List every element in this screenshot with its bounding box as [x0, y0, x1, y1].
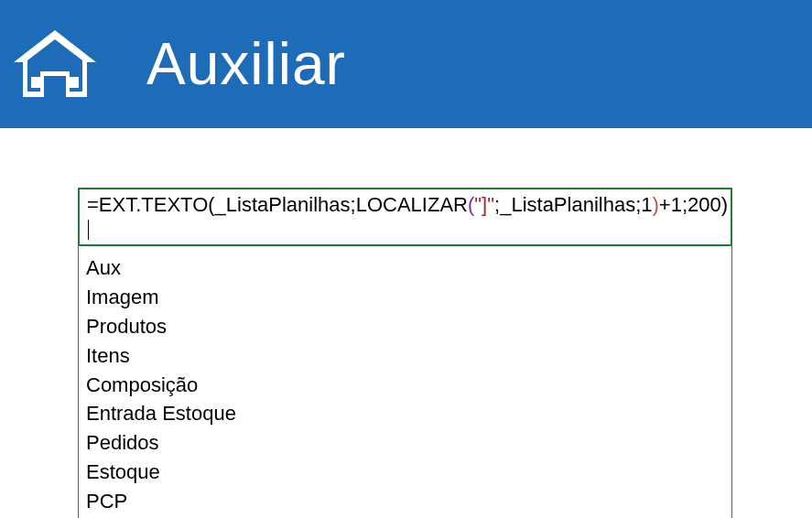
list-item[interactable]: PCP [86, 487, 724, 516]
content-area: =EXT.TEXTO(_ListaPlanilhas;LOCALIZAR("]"… [0, 128, 812, 518]
svg-rect-1 [68, 77, 79, 88]
text-cursor [88, 220, 89, 240]
list-item[interactable]: Itens [86, 341, 724, 371]
list-item[interactable]: Pedidos [86, 428, 724, 458]
page-title: Auxiliar [146, 30, 346, 98]
formula-text: =EXT.TEXTO(_ListaPlanilhas;LOCALIZAR("]"… [87, 193, 728, 216]
page-header: Auxiliar [0, 0, 812, 128]
list-item[interactable]: Produtos [86, 312, 724, 341]
list-item[interactable]: Entrada Estoque [86, 399, 724, 428]
home-icon[interactable] [9, 26, 101, 103]
svg-rect-0 [31, 77, 42, 88]
list-item[interactable]: Estoque [86, 458, 724, 487]
formula-cell[interactable]: =EXT.TEXTO(_ListaPlanilhas;LOCALIZAR("]"… [78, 188, 732, 246]
results-list: Aux Imagem Produtos Itens Composição Ent… [78, 246, 732, 518]
list-item[interactable]: Imagem [86, 283, 724, 312]
list-item[interactable]: Composição [86, 371, 724, 400]
list-item[interactable]: Aux [86, 254, 724, 283]
